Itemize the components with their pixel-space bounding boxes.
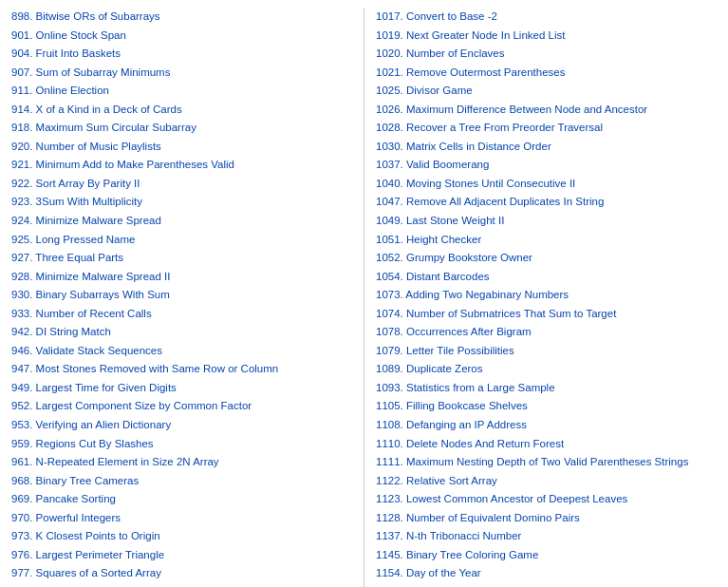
list-item: 1049. Last Stone Weight II bbox=[376, 212, 717, 231]
problem-link[interactable]: 927. Three Equal Parts bbox=[11, 252, 123, 263]
list-item: 928. Minimize Malware Spread II bbox=[11, 268, 352, 287]
list-item: 907. Sum of Subarray Minimums bbox=[11, 64, 352, 83]
left-column: 898. Bitwise ORs of Subarrays901. Online… bbox=[0, 8, 364, 587]
problem-link[interactable]: 961. N-Repeated Element in Size 2N Array bbox=[11, 456, 219, 467]
list-item: 923. 3Sum With Multiplicity bbox=[11, 193, 352, 212]
problem-link[interactable]: 925. Long Pressed Name bbox=[11, 234, 135, 245]
main-container: 898. Bitwise ORs of Subarrays901. Online… bbox=[0, 0, 728, 587]
list-item: 949. Largest Time for Given Digits bbox=[11, 379, 352, 398]
problem-link[interactable]: 1025. Divisor Game bbox=[376, 85, 473, 96]
list-item: 947. Most Stones Removed with Same Row o… bbox=[11, 360, 352, 379]
list-item: 1019. Next Greater Node In Linked List bbox=[376, 27, 717, 46]
list-item: 978. Longest Turbulent Subarray bbox=[11, 583, 352, 587]
list-item: 914. X of a Kind in a Deck of Cards bbox=[11, 101, 352, 120]
problem-link[interactable]: 1110. Delete Nodes And Return Forest bbox=[376, 438, 564, 449]
list-item: 1054. Distant Barcodes bbox=[376, 268, 717, 287]
problem-link[interactable]: 1051. Height Checker bbox=[376, 234, 481, 245]
problem-link[interactable]: 959. Regions Cut By Slashes bbox=[11, 438, 154, 449]
problem-link[interactable]: 953. Verifying an Alien Dictionary bbox=[11, 419, 171, 430]
problem-link[interactable]: 1108. Defanging an IP Address bbox=[376, 419, 527, 430]
problem-link[interactable]: 901. Online Stock Span bbox=[11, 29, 126, 41]
problem-link[interactable]: 1049. Last Stone Weight II bbox=[376, 215, 504, 226]
problem-link[interactable]: 922. Sort Array By Parity II bbox=[11, 178, 140, 189]
problem-link[interactable]: 969. Pancake Sorting bbox=[11, 493, 116, 504]
problem-link[interactable]: 973. K Closest Points to Origin bbox=[11, 530, 160, 541]
list-item: 1111. Maximum Nesting Depth of Two Valid… bbox=[376, 453, 717, 472]
problem-link[interactable]: 1078. Occurrences After Bigram bbox=[376, 326, 532, 337]
problem-link[interactable]: 1074. Number of Submatrices That Sum to … bbox=[376, 308, 616, 319]
problem-link[interactable]: 1052. Grumpy Bookstore Owner bbox=[376, 252, 532, 263]
problem-link[interactable]: 1145. Binary Tree Coloring Game bbox=[376, 549, 538, 560]
problem-link[interactable]: 921. Minimum Add to Make Parentheses Val… bbox=[11, 159, 234, 170]
list-item: 924. Minimize Malware Spread bbox=[11, 212, 352, 231]
list-item: 1051. Height Checker bbox=[376, 231, 717, 250]
problem-link[interactable]: 1111. Maximum Nesting Depth of Two Valid… bbox=[376, 456, 688, 467]
problem-link[interactable]: 1105. Filling Bookcase Shelves bbox=[376, 400, 528, 411]
problem-link[interactable]: 918. Maximum Sum Circular Subarray bbox=[11, 122, 196, 133]
problem-link[interactable]: 1128. Number of Equivalent Domino Pairs bbox=[376, 512, 580, 523]
list-item: 1040. Moving Stones Until Consecutive II bbox=[376, 175, 717, 194]
list-item: 1020. Number of Enclaves bbox=[376, 45, 717, 64]
list-item: 976. Largest Perimeter Triangle bbox=[11, 546, 352, 565]
problem-link[interactable]: 914. X of a Kind in a Deck of Cards bbox=[11, 104, 182, 115]
problem-link[interactable]: 904. Fruit Into Baskets bbox=[11, 47, 121, 59]
problem-link[interactable]: 976. Largest Perimeter Triangle bbox=[11, 549, 164, 560]
problem-link[interactable]: 1037. Valid Boomerang bbox=[376, 159, 489, 170]
problem-link[interactable]: 1123. Lowest Common Ancestor of Deepest … bbox=[376, 493, 627, 504]
problem-link[interactable]: 1122. Relative Sort Array bbox=[376, 475, 497, 486]
problem-link[interactable]: 898. Bitwise ORs of Subarrays bbox=[11, 10, 160, 22]
problem-link[interactable]: 1020. Number of Enclaves bbox=[376, 47, 505, 59]
problem-link[interactable]: 1017. Convert to Base -2 bbox=[376, 10, 497, 22]
problem-link[interactable]: 1079. Letter Tile Possibilities bbox=[376, 345, 514, 356]
problem-link[interactable]: 946. Validate Stack Sequences bbox=[11, 345, 162, 356]
problem-link[interactable]: 1137. N-th Tribonacci Number bbox=[376, 530, 521, 541]
list-item: 930. Binary Subarrays With Sum bbox=[11, 286, 352, 305]
list-item: 1145. Binary Tree Coloring Game bbox=[376, 546, 717, 565]
list-item: 1078. Occurrences After Bigram bbox=[376, 323, 717, 342]
problem-link[interactable]: 1028. Recover a Tree From Preorder Trave… bbox=[376, 122, 603, 133]
list-item: 1028. Recover a Tree From Preorder Trave… bbox=[376, 119, 717, 138]
list-item: 1021. Remove Outermost Parentheses bbox=[376, 64, 717, 83]
problem-link[interactable]: 930. Binary Subarrays With Sum bbox=[11, 289, 170, 300]
list-item: 925. Long Pressed Name bbox=[11, 231, 352, 250]
list-item: 1128. Number of Equivalent Domino Pairs bbox=[376, 509, 717, 528]
problem-link[interactable]: 947. Most Stones Removed with Same Row o… bbox=[11, 363, 278, 374]
problem-link[interactable]: 1026. Maximum Difference Between Node an… bbox=[376, 104, 647, 115]
problem-link[interactable]: 920. Number of Music Playlists bbox=[11, 141, 161, 152]
list-item: 927. Three Equal Parts bbox=[11, 249, 352, 268]
list-item: 1026. Maximum Difference Between Node an… bbox=[376, 101, 717, 120]
list-item: 961. N-Repeated Element in Size 2N Array bbox=[11, 453, 352, 472]
list-item: 1047. Remove All Adjacent Duplicates In … bbox=[376, 193, 717, 212]
problem-link[interactable]: 1154. Day of the Year bbox=[376, 567, 481, 578]
list-item: 1073. Adding Two Negabinary Numbers bbox=[376, 286, 717, 305]
problem-link[interactable]: 952. Largest Component Size by Common Fa… bbox=[11, 400, 252, 411]
problem-link[interactable]: 1093. Statistics from a Large Sample bbox=[376, 382, 555, 393]
list-item: 977. Squares of a Sorted Array bbox=[11, 564, 352, 583]
problem-link[interactable]: 1019. Next Greater Node In Linked List bbox=[376, 29, 565, 41]
problem-link[interactable]: 942. DI String Match bbox=[11, 326, 111, 337]
problem-link[interactable]: 1089. Duplicate Zeros bbox=[376, 363, 483, 374]
problem-link[interactable]: 924. Minimize Malware Spread bbox=[11, 215, 161, 226]
problem-link[interactable]: 907. Sum of Subarray Minimums bbox=[11, 66, 170, 78]
list-item: 973. K Closest Points to Origin bbox=[11, 527, 352, 546]
problem-link[interactable]: 949. Largest Time for Given Digits bbox=[11, 382, 177, 393]
list-item: 933. Number of Recent Calls bbox=[11, 305, 352, 324]
problem-link[interactable]: 970. Powerful Integers bbox=[11, 512, 121, 523]
problem-link[interactable]: 1073. Adding Two Negabinary Numbers bbox=[376, 289, 569, 300]
problem-link[interactable]: 928. Minimize Malware Spread II bbox=[11, 271, 170, 282]
problem-link[interactable]: 933. Number of Recent Calls bbox=[11, 308, 152, 319]
right-column: 1017. Convert to Base -21019. Next Great… bbox=[364, 8, 728, 587]
problem-link[interactable]: 1021. Remove Outermost Parentheses bbox=[376, 66, 565, 78]
problem-link[interactable]: 923. 3Sum With Multiplicity bbox=[11, 196, 142, 207]
list-item: 952. Largest Component Size by Common Fa… bbox=[11, 397, 352, 416]
list-item: 898. Bitwise ORs of Subarrays bbox=[11, 8, 352, 27]
problem-link[interactable]: 1047. Remove All Adjacent Duplicates In … bbox=[376, 196, 604, 207]
problem-link[interactable]: 1054. Distant Barcodes bbox=[376, 271, 490, 282]
problem-link[interactable]: 1040. Moving Stones Until Consecutive II bbox=[376, 178, 575, 189]
problem-link[interactable]: 911. Online Election bbox=[11, 85, 109, 96]
list-item: 1157. Online Majority Element In Subarra… bbox=[376, 583, 717, 587]
problem-link[interactable]: 977. Squares of a Sorted Array bbox=[11, 567, 161, 578]
problem-link[interactable]: 1030. Matrix Cells in Distance Order bbox=[376, 141, 551, 152]
list-item: 1093. Statistics from a Large Sample bbox=[376, 379, 717, 398]
problem-link[interactable]: 968. Binary Tree Cameras bbox=[11, 475, 139, 486]
